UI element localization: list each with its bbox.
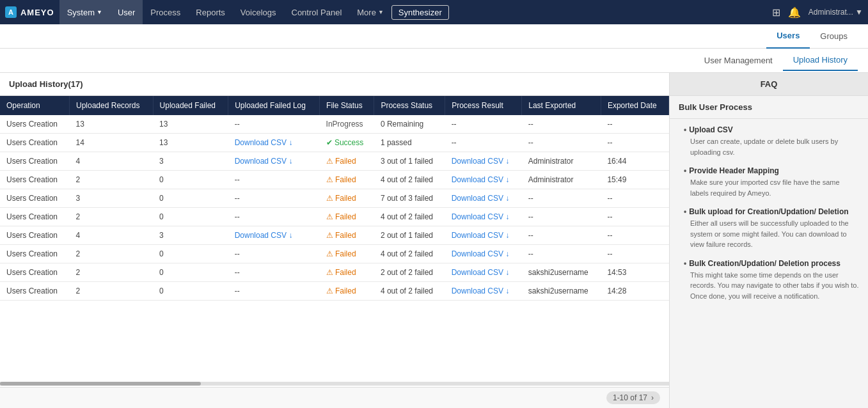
cell-last-exported: -- (522, 115, 601, 134)
download-process-result[interactable]: Download CSV ↓ (452, 175, 510, 184)
nav-user[interactable]: User (110, 0, 143, 24)
admin-dropdown[interactable]: Administrat... ▼ (809, 8, 863, 17)
synthesizer-button[interactable]: Synthesizer (391, 5, 449, 20)
tab-users[interactable]: Users (766, 24, 810, 49)
download-failed-log[interactable]: Download CSV ↓ (235, 138, 293, 147)
cell-file-status: ⚠ Failed (320, 282, 374, 301)
cell-uploaded-failed: 0 (153, 282, 228, 301)
cell-last-exported: -- (522, 226, 601, 245)
cell-file-status: ✔ Success (320, 134, 374, 152)
nav-voicelogs-label: Voicelogs (241, 8, 276, 17)
cell-uploaded-failed: 3 (153, 152, 228, 171)
cell-process-result: Download CSV ↓ (445, 171, 522, 189)
table-row: Users Creation 4 3 Download CSV ↓ ⚠ Fail… (0, 226, 669, 245)
tab-upload-history[interactable]: Upload History (783, 50, 858, 71)
cell-uploaded-failed: 3 (153, 226, 228, 245)
cell-exported-date: -- (601, 115, 668, 134)
table-row: Users Creation 2 0 -- ⚠ Failed 4 out of … (0, 245, 669, 263)
col-exported-date: Exported Date (601, 96, 668, 115)
cell-exported-date: -- (601, 245, 668, 263)
failed-log-dash: -- (235, 286, 240, 295)
nav-voicelogs[interactable]: Voicelogs (233, 0, 284, 24)
pagination-bar: 1-10 of 17 › (0, 387, 669, 408)
faq-content: Upload CSV User can create, update or de… (670, 119, 868, 317)
cell-exported-date: -- (601, 208, 668, 226)
download-failed-log[interactable]: Download CSV ↓ (235, 231, 293, 240)
content-area: Upload History(17) Operation Uploaded Re… (0, 73, 868, 408)
cell-process-result: -- (445, 115, 522, 134)
col-uploaded-failed: Uploaded Failed (153, 96, 228, 115)
cell-process-status: 2 out of 2 failed (374, 263, 445, 282)
cell-operation: Users Creation (0, 208, 70, 226)
table-header-row: Operation Uploaded Records Uploaded Fail… (0, 96, 669, 115)
pagination-next-icon[interactable]: › (651, 393, 654, 402)
cell-uploaded-failed: 13 (153, 115, 228, 134)
cell-failed-log: Download CSV ↓ (228, 134, 320, 152)
col-uploaded-failed-log: Uploaded Failed Log (228, 96, 320, 115)
download-process-result[interactable]: Download CSV ↓ (452, 231, 510, 240)
cell-failed-log: -- (228, 115, 320, 134)
cell-process-result: Download CSV ↓ (445, 208, 522, 226)
cell-exported-date: -- (601, 189, 668, 208)
cell-uploaded-records: 13 (70, 115, 154, 134)
cell-operation: Users Creation (0, 152, 70, 171)
download-process-result[interactable]: Download CSV ↓ (452, 286, 510, 295)
failed-log-dash: -- (235, 175, 240, 184)
download-process-result[interactable]: Download CSV ↓ (452, 194, 510, 203)
cell-process-result: Download CSV ↓ (445, 263, 522, 282)
cell-process-status: 2 out of 1 failed (374, 226, 445, 245)
download-process-result[interactable]: Download CSV ↓ (452, 157, 510, 166)
nav-process[interactable]: Process (143, 0, 188, 24)
nav-controlpanel[interactable]: Control Panel (284, 0, 350, 24)
download-process-result[interactable]: Download CSV ↓ (452, 268, 510, 277)
horizontal-scrollbar[interactable] (0, 382, 669, 386)
download-failed-log[interactable]: Download CSV ↓ (235, 157, 293, 166)
sub-header: Users Groups (0, 24, 868, 49)
cell-failed-log: -- (228, 208, 320, 226)
cell-failed-log: Download CSV ↓ (228, 152, 320, 171)
cell-file-status: ⚠ Failed (320, 152, 374, 171)
faq-item: Provide Header Mapping Make sure your im… (679, 166, 859, 198)
faq-item-title: Bulk Creation/Updation/ Deletion process (684, 259, 859, 268)
scrollbar-thumb (0, 382, 201, 386)
cell-process-status: 4 out of 2 failed (374, 208, 445, 226)
cell-last-exported: -- (522, 208, 601, 226)
failed-log-dash: -- (235, 120, 240, 129)
brand-logo: A (5, 6, 17, 18)
nav-user-label: User (118, 8, 135, 17)
cell-uploaded-failed: 0 (153, 208, 228, 226)
tab-groups[interactable]: Groups (810, 24, 858, 49)
cell-process-result: Download CSV ↓ (445, 245, 522, 263)
cell-file-status: ⚠ Failed (320, 263, 374, 282)
cell-uploaded-records: 2 (70, 208, 154, 226)
tab-user-management[interactable]: User Management (694, 51, 783, 70)
nav-system[interactable]: System ▼ (59, 0, 110, 24)
cell-file-status: ⚠ Failed (320, 226, 374, 245)
synthesizer-label: Synthesizer (398, 8, 442, 17)
faq-item-desc: Either all users will be successfully up… (690, 218, 859, 250)
faq-item: Bulk Creation/Updation/ Deletion process… (679, 259, 859, 302)
nav-reports[interactable]: Reports (188, 0, 233, 24)
grid-icon[interactable]: ⊞ (772, 6, 780, 19)
cell-process-result: Download CSV ↓ (445, 282, 522, 301)
table-row: Users Creation 13 13 -- InProgress 0 Rem… (0, 115, 669, 134)
col-file-status: File Status (320, 96, 374, 115)
cell-process-status: 4 out of 2 failed (374, 282, 445, 301)
faq-item-title: Bulk upload for Creation/Updation/ Delet… (684, 207, 859, 216)
table-wrapper[interactable]: Operation Uploaded Records Uploaded Fail… (0, 96, 669, 381)
pagination-info[interactable]: 1-10 of 17 › (606, 391, 660, 404)
download-process-result[interactable]: Download CSV ↓ (452, 212, 510, 221)
col-operation: Operation (0, 96, 70, 115)
bell-icon[interactable]: 🔔 (788, 6, 801, 19)
nav-controlpanel-label: Control Panel (292, 8, 342, 17)
nav-more[interactable]: More ▼ (349, 0, 391, 24)
tab-users-label: Users (777, 31, 800, 40)
faq-item: Bulk upload for Creation/Updation/ Delet… (679, 207, 859, 250)
download-process-result[interactable]: Download CSV ↓ (452, 249, 510, 258)
cell-file-status: ⚠ Failed (320, 208, 374, 226)
cell-uploaded-records: 2 (70, 245, 154, 263)
brand-name: AMEYO (20, 8, 54, 17)
tab-upload-history-label: Upload History (793, 55, 848, 65)
cell-process-status: 1 passed (374, 134, 445, 152)
table-row: Users Creation 2 0 -- ⚠ Failed 4 out of … (0, 208, 669, 226)
